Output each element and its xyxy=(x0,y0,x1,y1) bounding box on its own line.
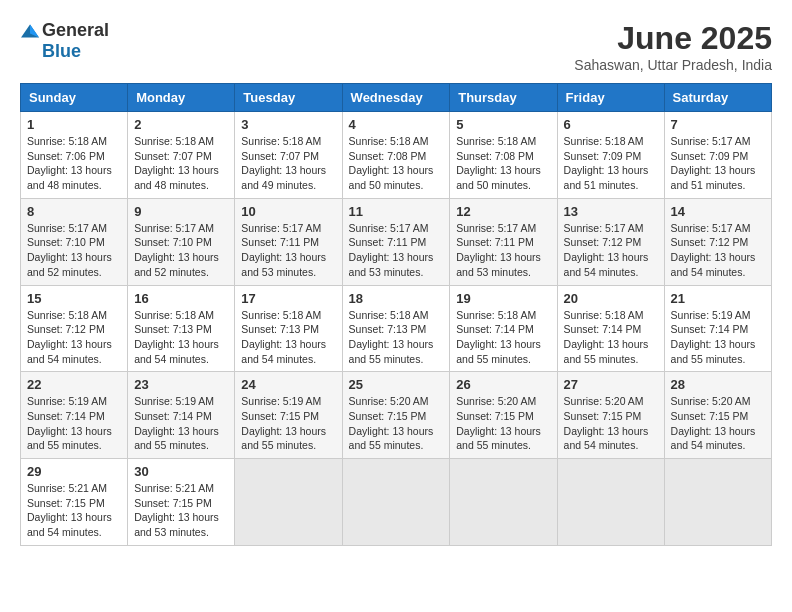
table-row: 24Sunrise: 5:19 AMSunset: 7:15 PMDayligh… xyxy=(235,372,342,459)
month-title: June 2025 xyxy=(574,20,772,57)
day-number: 27 xyxy=(564,377,658,392)
day-info: Sunrise: 5:18 AMSunset: 7:06 PMDaylight:… xyxy=(27,134,121,193)
day-info: Sunrise: 5:18 AMSunset: 7:14 PMDaylight:… xyxy=(564,308,658,367)
calendar-week-row: 22Sunrise: 5:19 AMSunset: 7:14 PMDayligh… xyxy=(21,372,772,459)
day-number: 30 xyxy=(134,464,228,479)
calendar: Sunday Monday Tuesday Wednesday Thursday… xyxy=(20,83,772,546)
table-row xyxy=(557,459,664,546)
table-row: 5Sunrise: 5:18 AMSunset: 7:08 PMDaylight… xyxy=(450,112,557,199)
table-row: 23Sunrise: 5:19 AMSunset: 7:14 PMDayligh… xyxy=(128,372,235,459)
table-row: 12Sunrise: 5:17 AMSunset: 7:11 PMDayligh… xyxy=(450,198,557,285)
day-info: Sunrise: 5:20 AMSunset: 7:15 PMDaylight:… xyxy=(456,394,550,453)
table-row: 9Sunrise: 5:17 AMSunset: 7:10 PMDaylight… xyxy=(128,198,235,285)
logo: General Blue xyxy=(20,20,109,62)
day-info: Sunrise: 5:17 AMSunset: 7:10 PMDaylight:… xyxy=(27,221,121,280)
day-info: Sunrise: 5:21 AMSunset: 7:15 PMDaylight:… xyxy=(134,481,228,540)
day-number: 21 xyxy=(671,291,765,306)
table-row: 19Sunrise: 5:18 AMSunset: 7:14 PMDayligh… xyxy=(450,285,557,372)
day-number: 5 xyxy=(456,117,550,132)
day-number: 11 xyxy=(349,204,444,219)
table-row: 6Sunrise: 5:18 AMSunset: 7:09 PMDaylight… xyxy=(557,112,664,199)
header: General Blue June 2025 Sahaswan, Uttar P… xyxy=(20,20,772,73)
day-number: 13 xyxy=(564,204,658,219)
table-row xyxy=(450,459,557,546)
day-number: 24 xyxy=(241,377,335,392)
day-number: 14 xyxy=(671,204,765,219)
logo-general: General xyxy=(42,20,109,41)
day-info: Sunrise: 5:17 AMSunset: 7:11 PMDaylight:… xyxy=(349,221,444,280)
day-info: Sunrise: 5:19 AMSunset: 7:15 PMDaylight:… xyxy=(241,394,335,453)
day-info: Sunrise: 5:18 AMSunset: 7:08 PMDaylight:… xyxy=(456,134,550,193)
table-row: 11Sunrise: 5:17 AMSunset: 7:11 PMDayligh… xyxy=(342,198,450,285)
table-row: 28Sunrise: 5:20 AMSunset: 7:15 PMDayligh… xyxy=(664,372,771,459)
day-info: Sunrise: 5:18 AMSunset: 7:13 PMDaylight:… xyxy=(349,308,444,367)
table-row: 26Sunrise: 5:20 AMSunset: 7:15 PMDayligh… xyxy=(450,372,557,459)
day-info: Sunrise: 5:18 AMSunset: 7:07 PMDaylight:… xyxy=(134,134,228,193)
day-info: Sunrise: 5:20 AMSunset: 7:15 PMDaylight:… xyxy=(349,394,444,453)
table-row: 27Sunrise: 5:20 AMSunset: 7:15 PMDayligh… xyxy=(557,372,664,459)
table-row: 13Sunrise: 5:17 AMSunset: 7:12 PMDayligh… xyxy=(557,198,664,285)
day-number: 25 xyxy=(349,377,444,392)
day-info: Sunrise: 5:18 AMSunset: 7:12 PMDaylight:… xyxy=(27,308,121,367)
table-row: 7Sunrise: 5:17 AMSunset: 7:09 PMDaylight… xyxy=(664,112,771,199)
table-row: 20Sunrise: 5:18 AMSunset: 7:14 PMDayligh… xyxy=(557,285,664,372)
day-info: Sunrise: 5:20 AMSunset: 7:15 PMDaylight:… xyxy=(671,394,765,453)
day-number: 9 xyxy=(134,204,228,219)
day-info: Sunrise: 5:19 AMSunset: 7:14 PMDaylight:… xyxy=(671,308,765,367)
table-row: 1Sunrise: 5:18 AMSunset: 7:06 PMDaylight… xyxy=(21,112,128,199)
day-info: Sunrise: 5:17 AMSunset: 7:11 PMDaylight:… xyxy=(241,221,335,280)
table-row: 8Sunrise: 5:17 AMSunset: 7:10 PMDaylight… xyxy=(21,198,128,285)
table-row: 18Sunrise: 5:18 AMSunset: 7:13 PMDayligh… xyxy=(342,285,450,372)
table-row: 16Sunrise: 5:18 AMSunset: 7:13 PMDayligh… xyxy=(128,285,235,372)
col-thursday: Thursday xyxy=(450,84,557,112)
calendar-header-row: Sunday Monday Tuesday Wednesday Thursday… xyxy=(21,84,772,112)
calendar-week-row: 8Sunrise: 5:17 AMSunset: 7:10 PMDaylight… xyxy=(21,198,772,285)
day-info: Sunrise: 5:20 AMSunset: 7:15 PMDaylight:… xyxy=(564,394,658,453)
table-row: 15Sunrise: 5:18 AMSunset: 7:12 PMDayligh… xyxy=(21,285,128,372)
col-wednesday: Wednesday xyxy=(342,84,450,112)
calendar-week-row: 1Sunrise: 5:18 AMSunset: 7:06 PMDaylight… xyxy=(21,112,772,199)
col-tuesday: Tuesday xyxy=(235,84,342,112)
day-number: 19 xyxy=(456,291,550,306)
day-info: Sunrise: 5:17 AMSunset: 7:12 PMDaylight:… xyxy=(564,221,658,280)
table-row: 30Sunrise: 5:21 AMSunset: 7:15 PMDayligh… xyxy=(128,459,235,546)
day-info: Sunrise: 5:18 AMSunset: 7:09 PMDaylight:… xyxy=(564,134,658,193)
day-number: 6 xyxy=(564,117,658,132)
day-number: 7 xyxy=(671,117,765,132)
calendar-week-row: 29Sunrise: 5:21 AMSunset: 7:15 PMDayligh… xyxy=(21,459,772,546)
table-row: 25Sunrise: 5:20 AMSunset: 7:15 PMDayligh… xyxy=(342,372,450,459)
table-row: 14Sunrise: 5:17 AMSunset: 7:12 PMDayligh… xyxy=(664,198,771,285)
col-monday: Monday xyxy=(128,84,235,112)
table-row xyxy=(664,459,771,546)
day-number: 20 xyxy=(564,291,658,306)
day-info: Sunrise: 5:18 AMSunset: 7:13 PMDaylight:… xyxy=(241,308,335,367)
day-number: 3 xyxy=(241,117,335,132)
day-number: 29 xyxy=(27,464,121,479)
day-number: 8 xyxy=(27,204,121,219)
table-row xyxy=(342,459,450,546)
day-info: Sunrise: 5:18 AMSunset: 7:08 PMDaylight:… xyxy=(349,134,444,193)
table-row: 17Sunrise: 5:18 AMSunset: 7:13 PMDayligh… xyxy=(235,285,342,372)
day-number: 18 xyxy=(349,291,444,306)
col-friday: Friday xyxy=(557,84,664,112)
day-info: Sunrise: 5:18 AMSunset: 7:14 PMDaylight:… xyxy=(456,308,550,367)
day-number: 23 xyxy=(134,377,228,392)
day-info: Sunrise: 5:19 AMSunset: 7:14 PMDaylight:… xyxy=(134,394,228,453)
day-info: Sunrise: 5:18 AMSunset: 7:07 PMDaylight:… xyxy=(241,134,335,193)
day-number: 4 xyxy=(349,117,444,132)
table-row: 4Sunrise: 5:18 AMSunset: 7:08 PMDaylight… xyxy=(342,112,450,199)
table-row: 3Sunrise: 5:18 AMSunset: 7:07 PMDaylight… xyxy=(235,112,342,199)
col-sunday: Sunday xyxy=(21,84,128,112)
day-number: 12 xyxy=(456,204,550,219)
day-number: 1 xyxy=(27,117,121,132)
table-row: 29Sunrise: 5:21 AMSunset: 7:15 PMDayligh… xyxy=(21,459,128,546)
table-row: 22Sunrise: 5:19 AMSunset: 7:14 PMDayligh… xyxy=(21,372,128,459)
day-number: 28 xyxy=(671,377,765,392)
table-row: 21Sunrise: 5:19 AMSunset: 7:14 PMDayligh… xyxy=(664,285,771,372)
day-info: Sunrise: 5:17 AMSunset: 7:12 PMDaylight:… xyxy=(671,221,765,280)
day-info: Sunrise: 5:17 AMSunset: 7:10 PMDaylight:… xyxy=(134,221,228,280)
table-row xyxy=(235,459,342,546)
day-info: Sunrise: 5:17 AMSunset: 7:09 PMDaylight:… xyxy=(671,134,765,193)
day-number: 22 xyxy=(27,377,121,392)
day-info: Sunrise: 5:17 AMSunset: 7:11 PMDaylight:… xyxy=(456,221,550,280)
